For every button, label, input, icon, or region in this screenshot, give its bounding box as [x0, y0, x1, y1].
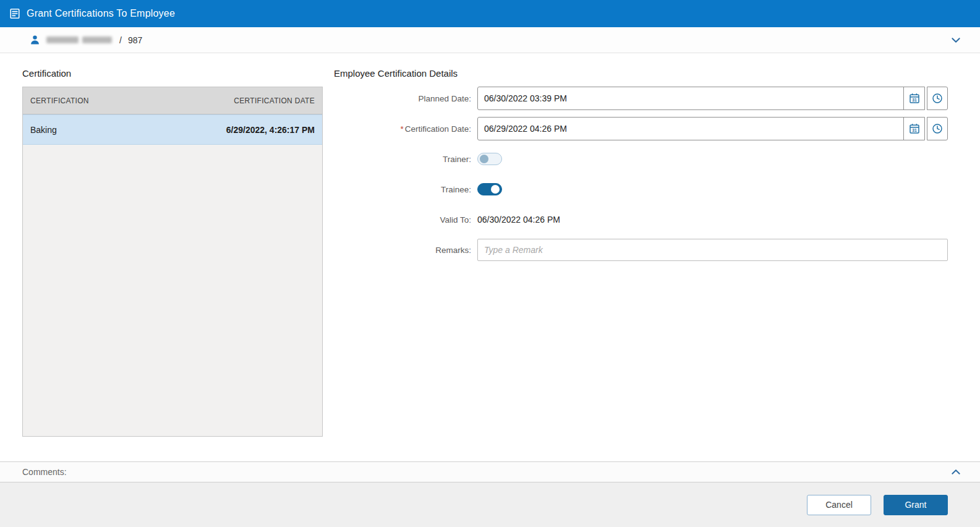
trainee-label: Trainee: [334, 185, 477, 194]
employee-separator: / [119, 35, 122, 45]
dialog-title: Grant Certifications To Employee [27, 8, 175, 19]
required-marker: * [400, 124, 403, 134]
certification-name: Baking [30, 125, 226, 135]
planned-date-input[interactable] [478, 87, 903, 109]
certification-date-group: 31 [477, 117, 948, 140]
certification-date-row: *Certification Date: [334, 117, 948, 140]
chevron-up-icon[interactable] [950, 466, 961, 478]
trainer-toggle[interactable] [477, 153, 502, 165]
grant-button[interactable]: Grant [884, 495, 948, 515]
certification-date-input[interactable] [478, 118, 903, 140]
chevron-down-icon[interactable] [950, 35, 961, 46]
trainer-label: Trainer: [334, 155, 477, 164]
comments-bar: Comments: [0, 461, 980, 482]
remarks-input[interactable] [477, 239, 948, 261]
planned-date-row: Planned Date: [334, 87, 948, 110]
certification-date-cell: 6/29/2022, 4:26:17 PM [226, 125, 315, 135]
certification-date-label: *Certification Date: [334, 124, 477, 134]
svg-text:31: 31 [912, 98, 917, 102]
trainee-row: Trainee: [334, 178, 948, 201]
certification-table-header: CERTIFICATION CERTIFICATION DATE [23, 87, 322, 114]
valid-to-value: 06/30/2022 04:26 PM [477, 215, 560, 225]
main-content: Certification CERTIFICATION CERTIFICATIO… [0, 53, 980, 461]
planned-date-inputwrap: 31 [477, 87, 925, 110]
comments-label: Comments: [22, 467, 67, 477]
cancel-button[interactable]: Cancel [807, 495, 871, 515]
trainee-toggle[interactable] [477, 183, 502, 195]
title-bar: Grant Certifications To Employee [0, 0, 980, 27]
certification-date-label-text: Certification Date: [405, 124, 471, 134]
clock-icon[interactable] [927, 87, 948, 110]
table-row[interactable]: Baking 6/29/2022, 4:26:17 PM [23, 114, 322, 145]
column-header-certification: CERTIFICATION [30, 96, 234, 105]
certificate-icon [9, 8, 20, 19]
certification-date-inputwrap: 31 [477, 117, 925, 140]
valid-to-row: Valid To: 06/30/2022 04:26 PM [334, 208, 948, 231]
employee-bar: / 987 [0, 27, 980, 53]
calendar-icon[interactable]: 31 [903, 118, 924, 140]
certification-panel-title: Certification [22, 68, 323, 79]
remarks-row: Remarks: [334, 238, 948, 262]
valid-to-label: Valid To: [334, 215, 477, 225]
column-header-certification-date: CERTIFICATION DATE [234, 96, 315, 105]
employee-id: 987 [128, 35, 142, 45]
clock-icon[interactable] [927, 117, 948, 140]
details-panel: Employee Certification Details Planned D… [334, 68, 948, 461]
planned-date-group: 31 [477, 87, 948, 110]
certification-panel: Certification CERTIFICATION CERTIFICATIO… [22, 68, 323, 461]
footer-actions: Cancel Grant [0, 482, 980, 527]
person-icon [30, 35, 40, 45]
certification-table: CERTIFICATION CERTIFICATION DATE Baking … [22, 87, 323, 437]
details-panel-title: Employee Certification Details [334, 68, 948, 79]
svg-text:31: 31 [912, 128, 917, 132]
trainer-row: Trainer: [334, 147, 948, 171]
calendar-icon[interactable]: 31 [903, 87, 924, 109]
planned-date-label: Planned Date: [334, 94, 477, 103]
remarks-label: Remarks: [334, 246, 477, 255]
employee-name-redacted [46, 36, 112, 43]
grant-certifications-dialog: Grant Certifications To Employee / 987 C… [0, 0, 980, 527]
